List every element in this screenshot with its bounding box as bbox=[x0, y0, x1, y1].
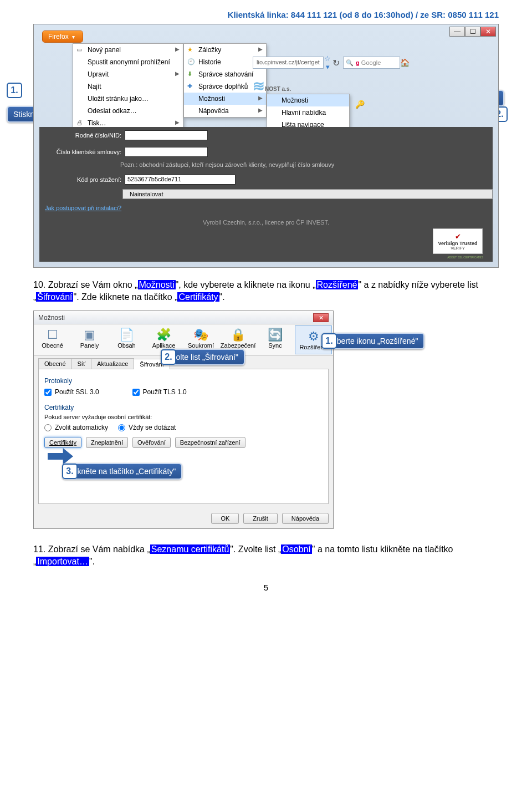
radio-auto[interactable]: Zvolit automaticky bbox=[44, 424, 108, 431]
bookmark-star-icon[interactable]: ☆ ▾ bbox=[324, 54, 332, 71]
label-rodne-cislo: Rodné číslo/NID: bbox=[44, 132, 121, 139]
checkbox-tls10[interactable]: Použít TLS 1.0 bbox=[132, 388, 187, 396]
address-input[interactable]: lio.cpinvest.cz/jt/certget bbox=[253, 57, 324, 69]
close-button[interactable]: ✕ bbox=[480, 27, 496, 37]
cert-prompt-label: Pokud server vyžaduje osobní certifikát: bbox=[44, 414, 323, 420]
input-rodne-cislo[interactable] bbox=[125, 130, 208, 140]
options-category-obsah[interactable]: 📄Obsah bbox=[108, 324, 145, 355]
options-category-label: Soukromí bbox=[182, 342, 219, 349]
options-category-label: Obecné bbox=[34, 342, 71, 349]
subtab-obecné[interactable]: Obecné bbox=[38, 358, 72, 369]
section-protocols: Protokoly bbox=[44, 377, 323, 385]
options-category-label: Aplikace bbox=[145, 342, 182, 349]
dialog-close-button[interactable]: ✕ bbox=[313, 313, 329, 322]
search-placeholder: Google bbox=[361, 59, 381, 66]
revocation-button[interactable]: Zneplatnění bbox=[86, 437, 128, 448]
options-category-label: Zabezpečení bbox=[219, 342, 257, 349]
menu-item[interactable]: Hlavní nabídka bbox=[267, 106, 349, 119]
instruction-step-10: 10. Zobrazí se Vám okno „Možnosti", kde … bbox=[33, 279, 499, 303]
subtab-síť[interactable]: Síť bbox=[71, 358, 92, 369]
options-category-label: Obsah bbox=[108, 342, 145, 349]
window-controls: — ☐ ✕ bbox=[449, 27, 496, 37]
verisign-about: ABOUT SSL CERTIFICATES bbox=[447, 256, 483, 259]
options-category-label: Sync bbox=[257, 342, 294, 349]
minimize-button[interactable]: — bbox=[449, 27, 465, 37]
options-dialog: Možnosti ✕ ☐Obecné▣Panely📄Obsah🧩Aplikace… bbox=[33, 311, 334, 529]
menu-item[interactable]: Nápověda▶ bbox=[184, 105, 266, 117]
sync-icon: 🔄 bbox=[257, 328, 294, 342]
dialog-titlebar: Možnosti ✕ bbox=[34, 311, 333, 324]
key-icon: 🔑 bbox=[355, 100, 365, 109]
validation-button[interactable]: Ověřování bbox=[132, 437, 171, 448]
label-kod: Kód pro stažení: bbox=[44, 176, 121, 183]
menu-item[interactable]: Možnosti bbox=[267, 94, 349, 106]
form-footer: Vyrobil Czechin, s.r.o., licence pro ČP … bbox=[39, 219, 493, 226]
section-certificates: Certifikáty bbox=[44, 404, 323, 411]
verisign-main: VeriSign Trusted bbox=[438, 241, 477, 246]
search-box[interactable]: g Google bbox=[343, 57, 400, 69]
verisign-verify: VERIFY bbox=[451, 246, 464, 250]
certificates-button[interactable]: Certifikáty bbox=[44, 437, 81, 448]
page-number: 5 bbox=[33, 583, 499, 592]
security-devices-button[interactable]: Bezpečnostní zařízení bbox=[175, 437, 245, 448]
menu-item[interactable]: Najít bbox=[73, 80, 183, 93]
url-bar: lio.cpinvest.cz/jt/certget ☆ ▾ ↻ g Googl… bbox=[253, 57, 410, 69]
instruction-step-11: 11. Zobrazí se Vám nabídka „Seznamu cert… bbox=[33, 543, 499, 567]
menu-item[interactable]: Spustit anonymní prohlížení bbox=[73, 56, 183, 68]
callout-certifikaty-text: Klikněte na tlačítko „Certifikáty" bbox=[62, 463, 182, 480]
aplikace-icon: 🧩 bbox=[145, 328, 182, 342]
radio-ask-input[interactable] bbox=[118, 424, 125, 431]
verisign-badge[interactable]: ✔ VeriSign Trusted VERIFY ABOUT SSL CERT… bbox=[433, 228, 483, 254]
cert-install-form: Rodné číslo/NID: Číslo klientské smlouvy… bbox=[39, 127, 493, 262]
help-button[interactable]: Nápověda bbox=[282, 513, 329, 524]
callout-firefox-num: 1. bbox=[7, 83, 22, 98]
form-note: Pozn.: obchodní zástupci, kteří nejsou z… bbox=[120, 160, 493, 171]
help-link[interactable]: Jak postupovat při instalaci? bbox=[45, 205, 121, 211]
ok-button[interactable]: OK bbox=[211, 513, 239, 524]
input-cislo-smlouvy[interactable] bbox=[125, 147, 208, 157]
firefox-menu-button[interactable]: Firefox bbox=[43, 31, 83, 42]
callout-sifrovani-num: 2. bbox=[161, 349, 176, 365]
options-category-obecné[interactable]: ☐Obecné bbox=[34, 324, 71, 355]
options-category-label: Panely bbox=[71, 342, 108, 349]
menu-item[interactable]: Uložit stránku jako… bbox=[73, 93, 183, 105]
google-icon: g bbox=[356, 59, 360, 66]
menu-item[interactable]: Odeslat odkaz… bbox=[73, 105, 183, 117]
page-logo-fragment: ≋NOST a.s. bbox=[253, 78, 291, 95]
refresh-icon[interactable]: ↻ bbox=[332, 58, 340, 68]
install-button[interactable]: Nainstalovat bbox=[122, 189, 493, 199]
menu-item[interactable]: Upravit▶ bbox=[73, 68, 183, 80]
checkbox-ssl30-input[interactable] bbox=[44, 389, 52, 396]
zabezpečení-icon: 🔒 bbox=[219, 328, 257, 342]
menu-item[interactable]: Záložky▶ bbox=[184, 44, 266, 56]
radio-ask[interactable]: Vždy se dotázat bbox=[118, 424, 176, 431]
obsah-icon: 📄 bbox=[108, 328, 145, 342]
cancel-button[interactable]: Zrušit bbox=[243, 513, 278, 524]
input-kod[interactable]: 5253677b5c8de711 bbox=[125, 175, 236, 185]
soukromí-icon: 🎭 bbox=[182, 328, 219, 342]
callout-certifikaty-num: 3. bbox=[62, 464, 78, 479]
options-category-sync[interactable]: 🔄Sync bbox=[257, 324, 294, 355]
callout-rozsirene: Vyberte ikonu „Rozšířené" 1. bbox=[321, 333, 347, 349]
callout-rozsirene-num: 1. bbox=[321, 333, 337, 349]
radio-auto-input[interactable] bbox=[44, 424, 52, 431]
verisign-check-icon: ✔ bbox=[455, 232, 461, 241]
checkbox-ssl30[interactable]: Použít SSL 3.0 bbox=[44, 388, 99, 396]
menu-item[interactable]: Nový panel▶ bbox=[73, 44, 183, 56]
obecné-icon: ☐ bbox=[34, 328, 71, 342]
options-category-panely[interactable]: ▣Panely bbox=[71, 324, 108, 355]
maximize-button[interactable]: ☐ bbox=[465, 27, 480, 37]
label-cislo-smlouvy: Číslo klientské smlouvy: bbox=[44, 149, 121, 155]
header-contact: Klientská linka: 844 111 121 (od 8 do 16… bbox=[33, 10, 499, 19]
home-icon[interactable]: 🏠 bbox=[400, 58, 410, 67]
checkbox-tls10-input[interactable] bbox=[132, 389, 140, 396]
screenshot-firefox-window: — ☐ ✕ Firefox Nový panel▶Spustit anonymn… bbox=[33, 24, 499, 268]
panely-icon: ▣ bbox=[71, 328, 108, 342]
subtab-aktualizace[interactable]: Aktualizace bbox=[91, 358, 134, 369]
dialog-title: Možnosti bbox=[38, 314, 65, 322]
